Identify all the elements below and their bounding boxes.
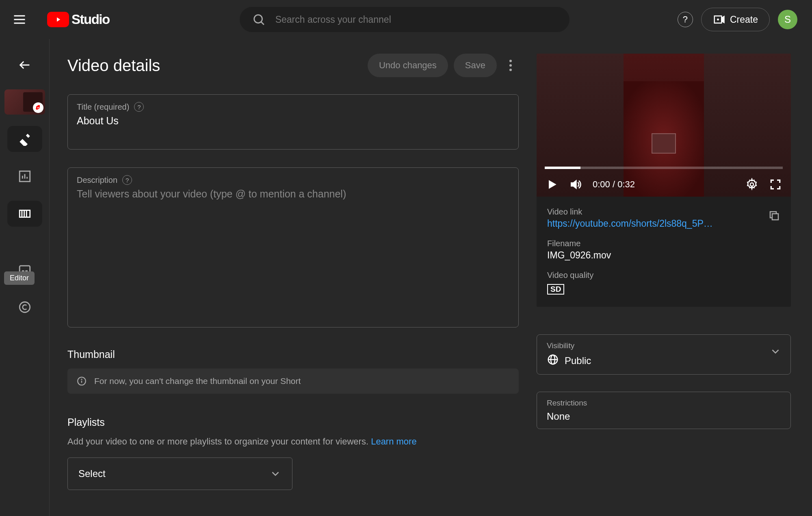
- visibility-card[interactable]: Visibility Public: [537, 334, 791, 375]
- avatar[interactable]: S: [778, 10, 797, 29]
- logo[interactable]: Studio: [47, 12, 110, 27]
- svg-point-29: [750, 183, 754, 186]
- svg-marker-27: [549, 180, 556, 189]
- main-content: Video details Undo changes Save Title (r…: [50, 39, 812, 516]
- header: Studio ? Create S: [0, 0, 812, 39]
- description-input[interactable]: [77, 188, 509, 314]
- svg-point-23: [19, 302, 30, 312]
- quality-badge: SD: [547, 284, 564, 295]
- info-icon: [76, 376, 87, 386]
- restrictions-card[interactable]: Restrictions None: [537, 392, 791, 429]
- help-icon[interactable]: ?: [134, 102, 144, 112]
- video-meta-panel: Video link https://youtube.com/shorts/2l…: [537, 197, 791, 307]
- progress-bar[interactable]: [545, 167, 783, 169]
- playlists-heading: Playlists: [67, 416, 519, 428]
- svg-point-4: [254, 15, 262, 23]
- visibility-label: Visibility: [547, 341, 781, 350]
- title-input[interactable]: [77, 115, 509, 127]
- search-container[interactable]: [240, 7, 569, 32]
- volume-button[interactable]: [569, 178, 582, 191]
- chevron-down-icon: [269, 468, 281, 480]
- create-label: Create: [730, 14, 758, 25]
- thumbnail-notice-text: For now, you can't change the thumbnail …: [94, 376, 301, 386]
- filename-value: IMG_0926.mov: [547, 250, 780, 261]
- help-button[interactable]: ?: [678, 12, 693, 27]
- video-player[interactable]: 0:00 / 0:32: [537, 54, 791, 197]
- filename-label: Filename: [547, 239, 780, 248]
- description-label: Description: [77, 176, 117, 185]
- back-button[interactable]: [7, 52, 42, 78]
- video-link[interactable]: https://youtube.com/shorts/2ls88q_5P…: [547, 218, 742, 229]
- svg-marker-28: [571, 181, 576, 189]
- youtube-icon: [47, 12, 69, 27]
- learn-more-link[interactable]: Learn more: [371, 436, 417, 447]
- fullscreen-button[interactable]: [769, 178, 782, 191]
- sidebar-item-editor[interactable]: [7, 201, 42, 227]
- playlist-select-label: Select: [78, 468, 106, 479]
- globe-icon: [547, 353, 559, 368]
- sidebar: Editor: [0, 39, 50, 516]
- thumbnail-notice: For now, you can't change the thumbnail …: [67, 369, 519, 394]
- player-time: 0:00 / 0:32: [593, 179, 635, 190]
- search-input[interactable]: [275, 14, 557, 25]
- playlist-select[interactable]: Select: [67, 457, 292, 490]
- restrictions-label: Restrictions: [547, 399, 781, 408]
- sidebar-item-details[interactable]: [7, 126, 42, 152]
- svg-point-26: [81, 379, 82, 379]
- restrictions-value: None: [547, 411, 781, 422]
- page-title: Video details: [67, 56, 160, 75]
- visibility-value: Public: [565, 355, 591, 366]
- help-icon[interactable]: ?: [122, 175, 132, 185]
- logo-text: Studio: [71, 12, 110, 27]
- title-field[interactable]: Title (required) ?: [67, 94, 519, 150]
- chevron-down-icon: [769, 345, 782, 360]
- svg-marker-3: [57, 17, 60, 22]
- play-button[interactable]: [546, 178, 559, 191]
- save-button[interactable]: Save: [454, 54, 497, 77]
- more-options-button[interactable]: [502, 56, 519, 74]
- video-link-label: Video link: [547, 207, 780, 217]
- shorts-icon: [33, 102, 43, 113]
- playlists-body: Add your video to one or more playlists …: [67, 436, 519, 447]
- sidebar-item-analytics[interactable]: [7, 163, 42, 189]
- menu-button[interactable]: [12, 12, 27, 27]
- undo-button[interactable]: Undo changes: [368, 54, 448, 77]
- editor-tooltip: Editor: [4, 271, 35, 285]
- create-icon: [713, 13, 725, 26]
- quality-label: Video quality: [547, 271, 780, 280]
- video-thumbnail-nav[interactable]: [4, 89, 45, 115]
- thumbnail-heading: Thumbnail: [67, 349, 519, 360]
- svg-marker-7: [721, 17, 724, 23]
- create-button[interactable]: Create: [701, 8, 770, 31]
- settings-button[interactable]: [745, 178, 758, 191]
- svg-rect-30: [772, 214, 778, 220]
- copy-link-button[interactable]: [768, 210, 780, 224]
- search-icon: [252, 13, 266, 26]
- description-field[interactable]: Description ?: [67, 167, 519, 327]
- title-label: Title (required): [77, 102, 129, 112]
- sidebar-item-copyright[interactable]: [7, 294, 42, 320]
- svg-line-5: [261, 22, 264, 24]
